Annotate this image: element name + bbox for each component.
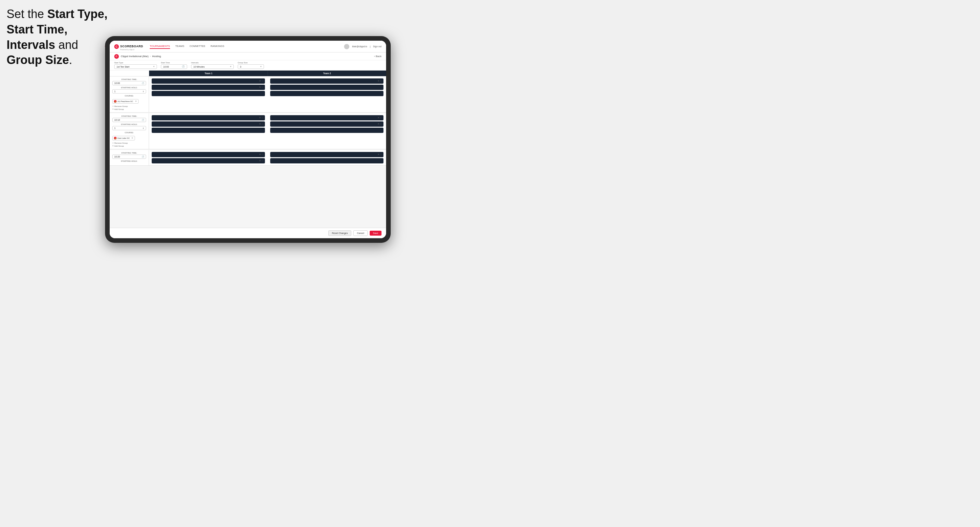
course-name-1: (A) Peachtree GC — [118, 100, 133, 102]
cancel-button[interactable]: Cancel — [353, 230, 368, 236]
player-x-1d[interactable]: ✕ ○ — [377, 80, 382, 83]
intervals-chevron: ▾ — [230, 65, 231, 68]
nav-teams[interactable]: TEAMS — [175, 44, 185, 49]
starting-time-input-1[interactable]: 10:00 🕐 — [112, 81, 146, 85]
course-label-2: COURSE: — [112, 132, 146, 133]
add-group-2[interactable]: + Add Group — [112, 145, 146, 147]
player-row-1b: ✕ ○ — [152, 85, 265, 90]
player-row-3b: ✕ ○ — [152, 158, 265, 163]
breadcrumb-sep: › — [150, 55, 151, 58]
starting-time-label-2: STARTING TIME: — [112, 115, 146, 117]
main-content: Team 1 Team 2 STARTING TIME: 10:00 🕐 STA… — [110, 71, 386, 228]
rows-container[interactable]: STARTING TIME: 10:00 🕐 STARTING HOLE: 1 … — [110, 76, 386, 228]
player-x-3c[interactable]: ✕ ○ — [377, 153, 382, 156]
start-time-group: Start Time 10:00 🕐 — [161, 62, 187, 69]
th-team2: Team 2 — [267, 71, 386, 76]
player-x-2d[interactable]: ✕ ○ — [377, 116, 382, 119]
player-row-1c-empty — [152, 91, 265, 96]
course-remove-2[interactable]: ✕ — [131, 137, 133, 140]
team2-cell-1: ✕ ○ — [267, 76, 386, 112]
player-row-2a: ✕ ○ — [152, 115, 265, 121]
nav-links: TOURNAMENTS TEAMS COMMITTEE RANKINGS — [150, 44, 344, 49]
team1-cell-1: ✕ ○ ✕ ○ — [149, 76, 267, 112]
group-row: STARTING TIME: 10:00 🕐 STARTING HOLE: 1 … — [110, 76, 386, 113]
logo-text-block: SCOREBOARD Powered by clipp.io — [120, 43, 143, 51]
tee-actions-1: ○ Remove Group + Add Group — [112, 105, 146, 110]
tablet-screen: C SCOREBOARD Powered by clipp.io TOURNAM… — [110, 41, 386, 238]
start-type-group: Start Type 1st Tee Start ▾ — [114, 62, 157, 69]
start-time-label: Start Time — [161, 62, 187, 63]
time-arrows-3: 🕐 — [142, 156, 144, 158]
group-size-chevron: ▾ — [260, 65, 262, 68]
player-x-3b[interactable]: ✕ ○ — [259, 159, 263, 162]
player-x-2b[interactable]: ✕ ○ — [259, 123, 263, 125]
starting-time-val-1: 10:00 — [114, 82, 120, 84]
team1-cell-2: ✕ ○ ✕ ○ — [149, 113, 267, 149]
intervals-select[interactable]: 10 Minutes ▾ — [191, 64, 234, 69]
player-x-1b[interactable]: ✕ ○ — [259, 86, 263, 89]
group-size-group: Group Size 3 ▾ — [238, 62, 264, 69]
tee-time-cell-2: STARTING TIME: 10:10 🕐 STARTING HOLE: 1 … — [110, 113, 149, 149]
group-row-2: STARTING TIME: 10:10 🕐 STARTING HOLE: 1 … — [110, 113, 386, 149]
starting-time-label-3: STARTING TIME: — [112, 152, 146, 154]
save-button[interactable]: Save — [370, 231, 382, 236]
starting-time-input-2[interactable]: 10:10 🕐 — [112, 118, 146, 122]
hole-arrows-2: ⬍ — [143, 127, 144, 129]
player-row-3a: ✕ ○ — [152, 152, 265, 157]
team2-cell-3: ✕ ○ — [267, 150, 386, 165]
starting-hole-input-1[interactable]: 1 ⬍ — [112, 89, 146, 94]
player-x-3a[interactable]: ✕ ○ — [259, 153, 263, 156]
logo-sub: Powered by clipp.io — [120, 49, 143, 51]
intervals-value: 10 Minutes — [193, 66, 205, 68]
remove-group-2[interactable]: ○ Remove Group — [112, 142, 146, 144]
player-x-2a[interactable]: ✕ ○ — [259, 116, 263, 119]
hole-arrows-1: ⬍ — [143, 90, 144, 92]
intervals-label: Intervals — [191, 62, 234, 63]
nav-tournaments[interactable]: TOURNAMENTS — [150, 44, 170, 49]
tee-actions-2: ○ Remove Group + Add Group — [112, 142, 146, 147]
breadcrumb-back[interactable]: ‹ Back — [374, 55, 382, 58]
instruction-text: Set the Start Type,Start Time,Intervals … — [6, 7, 107, 67]
nav-committee[interactable]: COMMITTEE — [189, 44, 205, 49]
starting-hole-input-2[interactable]: 1 ⬍ — [112, 126, 146, 130]
player-row-2f-empty — [270, 128, 383, 133]
nav-bar: C SCOREBOARD Powered by clipp.io TOURNAM… — [110, 41, 386, 52]
start-time-select[interactable]: 10:00 🕐 — [161, 64, 187, 69]
player-x-2e[interactable]: ✕ ○ — [377, 123, 382, 125]
group-size-select[interactable]: 3 ▾ — [238, 64, 264, 69]
group-size-label: Group Size — [238, 62, 264, 63]
logo-area: C SCOREBOARD Powered by clipp.io — [114, 43, 143, 51]
breadcrumb-logo: C — [114, 54, 119, 59]
player-row-2c-empty — [152, 128, 265, 133]
instruction-panel: Set the Start Type,Start Time,Intervals … — [6, 6, 111, 68]
course-name-2: East Lake GC — [118, 137, 130, 139]
group-size-value: 3 — [240, 66, 241, 68]
remove-group-1[interactable]: ○ Remove Group — [112, 105, 146, 107]
reset-changes-button[interactable]: Reset Changes — [328, 230, 351, 236]
add-group-1[interactable]: + Add Group — [112, 108, 146, 110]
start-type-value: 1st Tee Start — [116, 66, 129, 68]
time-arrows-2: 🕐 — [142, 119, 144, 121]
footer-bar: Reset Changes Cancel Save — [110, 228, 386, 238]
th-tee-time — [110, 71, 149, 76]
course-remove-1[interactable]: ✕ — [135, 100, 137, 103]
logo-name: SCOREBOARD — [120, 44, 143, 48]
starting-time-val-2: 10:10 — [114, 119, 120, 121]
tee-time-cell-3: STARTING TIME: 10:20 🕐 STARTING HOLE: — [110, 150, 149, 165]
user-email: blair@clippd.io — [352, 45, 367, 48]
group-row-3: STARTING TIME: 10:20 🕐 STARTING HOLE: ✕ … — [110, 150, 386, 166]
sign-out-link[interactable]: Sign out — [373, 45, 382, 48]
player-x-1a[interactable]: ✕ ○ — [259, 80, 263, 83]
nav-rankings[interactable]: RANKINGS — [210, 44, 224, 49]
player-row-2e: ✕ ○ — [270, 121, 383, 127]
start-type-select[interactable]: 1st Tee Start ▾ — [114, 64, 157, 69]
player-row-1d: ✕ ○ — [270, 78, 383, 84]
player-row-3c: ✕ ○ — [270, 152, 383, 157]
th-team1: Team 1 — [149, 71, 267, 76]
course-icon-1: ⛳ — [114, 100, 116, 103]
player-row-1a: ✕ ○ — [152, 78, 265, 84]
breadcrumb-tournament[interactable]: Clippd Invitational (Mar) — [121, 55, 148, 58]
start-type-label: Start Type — [114, 62, 157, 63]
starting-time-input-3[interactable]: 10:20 🕐 — [112, 154, 146, 159]
team2-cell-2: ✕ ○ ✕ ○ — [267, 113, 386, 149]
